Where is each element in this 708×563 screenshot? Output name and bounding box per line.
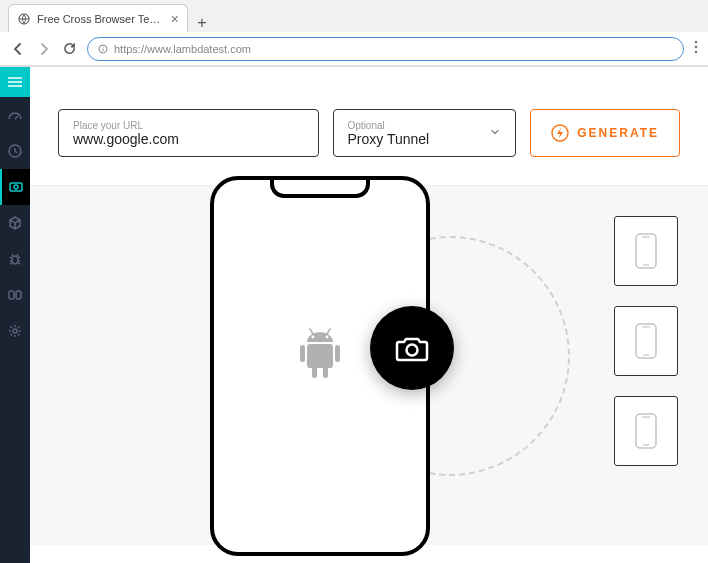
screenshot-icon xyxy=(8,179,24,195)
svg-rect-11 xyxy=(10,183,22,191)
tab-close-icon[interactable]: × xyxy=(171,11,179,27)
svg-rect-31 xyxy=(636,324,656,358)
sidebar-item-integrations[interactable] xyxy=(0,277,30,313)
svg-point-18 xyxy=(312,335,315,338)
generate-label: GENERATE xyxy=(577,126,659,140)
phone-icon xyxy=(633,231,659,271)
preview-canvas xyxy=(30,185,708,545)
svg-point-12 xyxy=(14,185,18,189)
sidebar-item-screenshot[interactable] xyxy=(0,169,30,205)
browser-tab[interactable]: Free Cross Browser Testing Clou × xyxy=(8,4,188,32)
bug-icon xyxy=(7,251,23,267)
svg-rect-28 xyxy=(636,234,656,268)
info-icon xyxy=(98,44,108,54)
forward-button[interactable] xyxy=(36,41,52,57)
tab-favicon-icon xyxy=(17,12,31,26)
capture-button[interactable] xyxy=(370,306,454,390)
back-button[interactable] xyxy=(10,41,26,57)
sidebar-item-settings[interactable] xyxy=(0,313,30,349)
gauge-icon xyxy=(7,107,23,123)
phone-icon xyxy=(633,321,659,361)
svg-point-6 xyxy=(695,50,698,53)
svg-rect-23 xyxy=(300,345,305,362)
gear-icon xyxy=(7,323,23,339)
svg-rect-15 xyxy=(16,291,21,299)
svg-line-20 xyxy=(310,329,313,334)
svg-point-3 xyxy=(102,46,103,47)
android-icon xyxy=(295,328,345,390)
svg-point-4 xyxy=(695,40,698,43)
sidebar-item-bug[interactable] xyxy=(0,241,30,277)
svg-line-21 xyxy=(327,329,330,334)
svg-rect-34 xyxy=(636,414,656,448)
device-option-2[interactable] xyxy=(614,306,678,376)
cube-icon xyxy=(7,215,23,231)
link-icon xyxy=(7,287,23,303)
chevron-down-icon xyxy=(489,124,501,142)
browser-menu-icon[interactable] xyxy=(694,40,698,58)
tab-title: Free Cross Browser Testing Clou xyxy=(37,13,165,25)
svg-point-5 xyxy=(695,45,698,48)
camera-icon xyxy=(393,329,431,367)
svg-rect-26 xyxy=(323,366,328,378)
sidebar-item-box[interactable] xyxy=(0,205,30,241)
sidebar xyxy=(0,67,30,563)
url-input-label: Place your URL xyxy=(73,120,304,131)
svg-rect-14 xyxy=(9,291,14,299)
new-tab-button[interactable]: + xyxy=(188,14,216,32)
phone-notch xyxy=(270,180,370,198)
proxy-label: Optional xyxy=(348,120,430,131)
svg-point-16 xyxy=(13,329,17,333)
address-url: https://www.lambdatest.com xyxy=(114,43,251,55)
generate-button[interactable]: GENERATE xyxy=(530,109,680,157)
svg-point-13 xyxy=(12,256,18,264)
clock-icon xyxy=(7,143,23,159)
hamburger-menu[interactable] xyxy=(0,67,30,97)
bolt-icon xyxy=(551,124,569,142)
url-input-value: www.google.com xyxy=(73,131,304,147)
phone-icon xyxy=(633,411,659,451)
url-input[interactable]: Place your URL www.google.com xyxy=(58,109,319,157)
proxy-value: Proxy Tunnel xyxy=(348,131,430,147)
svg-point-27 xyxy=(407,345,418,356)
proxy-select[interactable]: Optional Proxy Tunnel xyxy=(333,109,517,157)
svg-rect-24 xyxy=(335,345,340,362)
sidebar-item-history[interactable] xyxy=(0,133,30,169)
svg-rect-22 xyxy=(307,344,333,368)
sidebar-item-dashboard[interactable] xyxy=(0,97,30,133)
reload-button[interactable] xyxy=(62,41,77,56)
device-option-1[interactable] xyxy=(614,216,678,286)
address-bar[interactable]: https://www.lambdatest.com xyxy=(87,37,684,61)
svg-rect-25 xyxy=(312,366,317,378)
device-option-3[interactable] xyxy=(614,396,678,466)
svg-point-19 xyxy=(326,335,329,338)
